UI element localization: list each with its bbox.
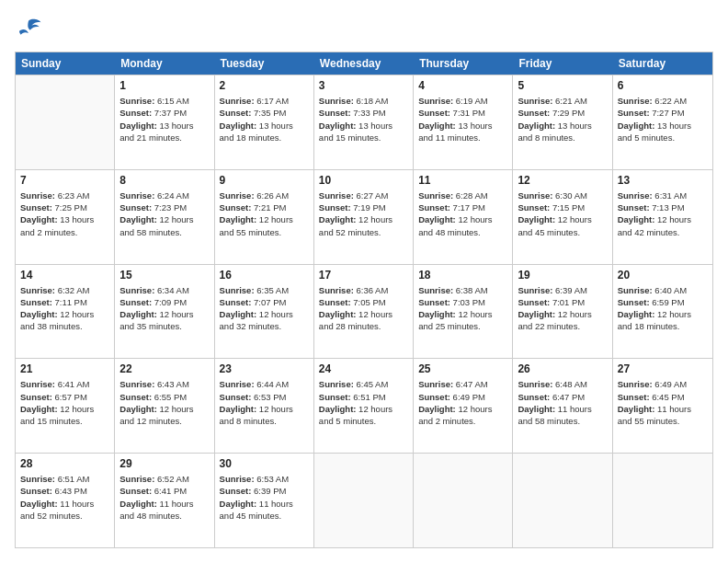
empty-cell-4-3 bbox=[314, 454, 414, 547]
day-cell-15: 15Sunrise: 6:34 AMSunset: 7:09 PMDayligh… bbox=[115, 265, 214, 359]
day-number: 23 bbox=[220, 362, 309, 375]
empty-cell-4-4 bbox=[414, 454, 513, 547]
calendar-body: 1Sunrise: 6:15 AMSunset: 7:37 PMDaylight… bbox=[16, 75, 712, 547]
day-info: Sunrise: 6:43 AMSunset: 6:55 PMDaylight:… bbox=[119, 378, 209, 427]
header-day-thursday: Thursday bbox=[414, 52, 513, 75]
day-info: Sunrise: 6:26 AMSunset: 7:21 PMDaylight:… bbox=[220, 190, 309, 238]
day-cell-12: 12Sunrise: 6:30 AMSunset: 7:15 PMDayligh… bbox=[513, 170, 612, 264]
week-row-1: 1Sunrise: 6:15 AMSunset: 7:37 PMDaylight… bbox=[16, 75, 712, 169]
day-info: Sunrise: 6:38 AMSunset: 7:03 PMDaylight:… bbox=[418, 284, 507, 333]
day-cell-28: 28Sunrise: 6:51 AMSunset: 6:43 PMDayligh… bbox=[16, 454, 115, 547]
day-number: 14 bbox=[20, 269, 109, 282]
day-cell-20: 20Sunrise: 6:40 AMSunset: 6:59 PMDayligh… bbox=[613, 265, 712, 359]
day-number: 6 bbox=[618, 79, 708, 92]
header bbox=[15, 15, 713, 42]
day-info: Sunrise: 6:44 AMSunset: 6:53 PMDaylight:… bbox=[220, 378, 309, 427]
day-info: Sunrise: 6:39 AMSunset: 7:01 PMDaylight:… bbox=[518, 284, 607, 333]
header-day-tuesday: Tuesday bbox=[215, 52, 314, 75]
day-info: Sunrise: 6:49 AMSunset: 6:45 PMDaylight:… bbox=[618, 378, 708, 427]
day-info: Sunrise: 6:34 AMSunset: 7:09 PMDaylight:… bbox=[119, 284, 209, 333]
day-info: Sunrise: 6:32 AMSunset: 7:11 PMDaylight:… bbox=[20, 284, 109, 333]
day-info: Sunrise: 6:31 AMSunset: 7:13 PMDaylight:… bbox=[618, 190, 708, 238]
day-number: 13 bbox=[618, 174, 708, 187]
day-cell-4: 4Sunrise: 6:19 AMSunset: 7:31 PMDaylight… bbox=[414, 75, 513, 169]
day-info: Sunrise: 6:51 AMSunset: 6:43 PMDaylight:… bbox=[20, 473, 109, 522]
day-info: Sunrise: 6:21 AMSunset: 7:29 PMDaylight:… bbox=[518, 95, 607, 144]
week-row-5: 28Sunrise: 6:51 AMSunset: 6:43 PMDayligh… bbox=[16, 453, 712, 547]
day-cell-14: 14Sunrise: 6:32 AMSunset: 7:11 PMDayligh… bbox=[16, 265, 115, 359]
week-row-3: 14Sunrise: 6:32 AMSunset: 7:11 PMDayligh… bbox=[16, 264, 712, 359]
header-day-sunday: Sunday bbox=[16, 52, 115, 75]
day-number: 8 bbox=[119, 174, 209, 187]
day-cell-22: 22Sunrise: 6:43 AMSunset: 6:55 PMDayligh… bbox=[115, 359, 214, 453]
week-row-4: 21Sunrise: 6:41 AMSunset: 6:57 PMDayligh… bbox=[16, 358, 712, 453]
day-cell-16: 16Sunrise: 6:35 AMSunset: 7:07 PMDayligh… bbox=[215, 265, 314, 359]
day-number: 3 bbox=[319, 79, 408, 92]
day-number: 9 bbox=[220, 174, 309, 187]
day-info: Sunrise: 6:47 AMSunset: 6:49 PMDaylight:… bbox=[418, 378, 507, 427]
day-cell-21: 21Sunrise: 6:41 AMSunset: 6:57 PMDayligh… bbox=[16, 359, 115, 453]
day-info: Sunrise: 6:22 AMSunset: 7:27 PMDaylight:… bbox=[618, 95, 708, 144]
day-cell-9: 9Sunrise: 6:26 AMSunset: 7:21 PMDaylight… bbox=[215, 170, 314, 264]
day-info: Sunrise: 6:36 AMSunset: 7:05 PMDaylight:… bbox=[319, 284, 408, 333]
day-cell-10: 10Sunrise: 6:27 AMSunset: 7:19 PMDayligh… bbox=[314, 170, 414, 264]
day-number: 5 bbox=[518, 79, 607, 92]
day-number: 18 bbox=[418, 269, 507, 282]
day-cell-7: 7Sunrise: 6:23 AMSunset: 7:25 PMDaylight… bbox=[16, 170, 115, 264]
day-cell-6: 6Sunrise: 6:22 AMSunset: 7:27 PMDaylight… bbox=[613, 75, 712, 169]
day-cell-25: 25Sunrise: 6:47 AMSunset: 6:49 PMDayligh… bbox=[414, 359, 513, 453]
header-day-monday: Monday bbox=[115, 52, 214, 75]
day-cell-8: 8Sunrise: 6:24 AMSunset: 7:23 PMDaylight… bbox=[115, 170, 214, 264]
day-cell-30: 30Sunrise: 6:53 AMSunset: 6:39 PMDayligh… bbox=[215, 454, 314, 547]
day-info: Sunrise: 6:40 AMSunset: 6:59 PMDaylight:… bbox=[618, 284, 708, 333]
week-row-2: 7Sunrise: 6:23 AMSunset: 7:25 PMDaylight… bbox=[16, 169, 712, 264]
day-cell-29: 29Sunrise: 6:52 AMSunset: 6:41 PMDayligh… bbox=[115, 454, 214, 547]
day-info: Sunrise: 6:48 AMSunset: 6:47 PMDaylight:… bbox=[518, 378, 607, 427]
day-cell-5: 5Sunrise: 6:21 AMSunset: 7:29 PMDaylight… bbox=[513, 75, 612, 169]
day-cell-11: 11Sunrise: 6:28 AMSunset: 7:17 PMDayligh… bbox=[414, 170, 513, 264]
day-number: 29 bbox=[119, 457, 209, 470]
day-number: 26 bbox=[518, 362, 607, 375]
empty-cell-4-5 bbox=[513, 454, 612, 547]
day-number: 16 bbox=[220, 269, 309, 282]
day-cell-19: 19Sunrise: 6:39 AMSunset: 7:01 PMDayligh… bbox=[513, 265, 612, 359]
header-day-friday: Friday bbox=[513, 52, 612, 75]
day-number: 4 bbox=[418, 79, 507, 92]
day-info: Sunrise: 6:23 AMSunset: 7:25 PMDaylight:… bbox=[20, 190, 109, 238]
day-info: Sunrise: 6:52 AMSunset: 6:41 PMDaylight:… bbox=[119, 473, 209, 522]
day-cell-3: 3Sunrise: 6:18 AMSunset: 7:33 PMDaylight… bbox=[314, 75, 414, 169]
day-info: Sunrise: 6:19 AMSunset: 7:31 PMDaylight:… bbox=[418, 95, 507, 144]
day-number: 28 bbox=[20, 457, 109, 470]
day-info: Sunrise: 6:53 AMSunset: 6:39 PMDaylight:… bbox=[220, 473, 309, 522]
day-number: 21 bbox=[20, 362, 109, 375]
day-info: Sunrise: 6:30 AMSunset: 7:15 PMDaylight:… bbox=[518, 190, 607, 238]
logo-icon bbox=[15, 15, 42, 42]
day-number: 2 bbox=[220, 79, 309, 92]
day-info: Sunrise: 6:24 AMSunset: 7:23 PMDaylight:… bbox=[119, 190, 209, 238]
day-number: 27 bbox=[618, 362, 708, 375]
day-info: Sunrise: 6:28 AMSunset: 7:17 PMDaylight:… bbox=[418, 190, 507, 238]
day-info: Sunrise: 6:41 AMSunset: 6:57 PMDaylight:… bbox=[20, 378, 109, 427]
day-number: 7 bbox=[20, 174, 109, 187]
day-cell-2: 2Sunrise: 6:17 AMSunset: 7:35 PMDaylight… bbox=[215, 75, 314, 169]
day-cell-17: 17Sunrise: 6:36 AMSunset: 7:05 PMDayligh… bbox=[314, 265, 414, 359]
header-day-wednesday: Wednesday bbox=[314, 52, 414, 75]
day-number: 20 bbox=[618, 269, 708, 282]
day-cell-27: 27Sunrise: 6:49 AMSunset: 6:45 PMDayligh… bbox=[613, 359, 712, 453]
empty-cell-4-6 bbox=[613, 454, 712, 547]
day-cell-13: 13Sunrise: 6:31 AMSunset: 7:13 PMDayligh… bbox=[613, 170, 712, 264]
day-cell-24: 24Sunrise: 6:45 AMSunset: 6:51 PMDayligh… bbox=[314, 359, 414, 453]
day-number: 30 bbox=[220, 457, 309, 470]
day-info: Sunrise: 6:27 AMSunset: 7:19 PMDaylight:… bbox=[319, 190, 408, 238]
day-number: 1 bbox=[119, 79, 209, 92]
day-number: 17 bbox=[319, 269, 408, 282]
day-cell-23: 23Sunrise: 6:44 AMSunset: 6:53 PMDayligh… bbox=[215, 359, 314, 453]
day-info: Sunrise: 6:35 AMSunset: 7:07 PMDaylight:… bbox=[220, 284, 309, 333]
day-number: 15 bbox=[119, 269, 209, 282]
header-day-saturday: Saturday bbox=[613, 52, 712, 75]
day-cell-18: 18Sunrise: 6:38 AMSunset: 7:03 PMDayligh… bbox=[414, 265, 513, 359]
day-number: 22 bbox=[119, 362, 209, 375]
day-info: Sunrise: 6:45 AMSunset: 6:51 PMDaylight:… bbox=[319, 378, 408, 427]
empty-cell-0-0 bbox=[16, 75, 115, 169]
day-number: 12 bbox=[518, 174, 607, 187]
